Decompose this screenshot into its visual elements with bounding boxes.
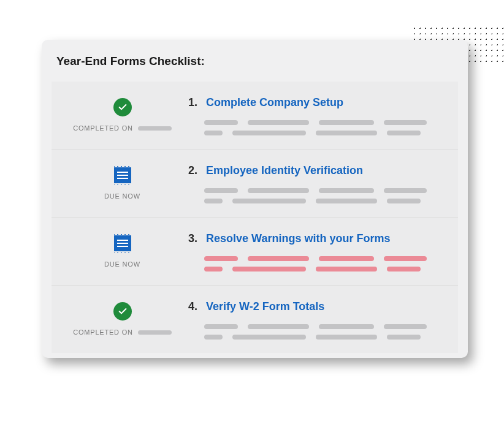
item-content: 1. Complete Company Setup [188, 95, 453, 135]
item-number: 1. [188, 96, 197, 109]
status-label: COMPLETED ON [73, 124, 133, 132]
item-title-link[interactable]: Employee Identity Verification [206, 164, 363, 177]
receipt-icon [112, 164, 134, 186]
description-placeholder [188, 120, 453, 135]
receipt-icon [112, 232, 134, 254]
item-title-link[interactable]: Complete Company Setup [206, 96, 343, 109]
status-label-row: COMPLETED ON [73, 124, 172, 132]
status-column: COMPLETED ON [56, 95, 188, 132]
checklist-item: DUE NOW 2. Employee Identity Verificatio… [52, 150, 458, 218]
checklist-card: Year-End Forms Checklist: COMPLETED ON 1… [42, 40, 468, 358]
item-number: 4. [188, 300, 197, 313]
status-label: COMPLETED ON [73, 328, 133, 336]
item-content: 3. Resolve Warnings with your Forms [188, 231, 453, 271]
description-placeholder [188, 256, 453, 271]
item-number: 2. [188, 164, 197, 177]
item-content: 2. Employee Identity Verification [188, 163, 453, 203]
description-placeholder [188, 324, 453, 340]
item-title-link[interactable]: Resolve Warnings with your Forms [206, 232, 390, 245]
status-label-row: COMPLETED ON [73, 328, 172, 336]
status-column: COMPLETED ON [56, 299, 188, 336]
date-placeholder [138, 126, 172, 131]
checklist-item: DUE NOW 3. Resolve Warnings with your Fo… [52, 218, 458, 286]
checkmark-icon [112, 96, 134, 118]
status-label-row: DUE NOW [104, 260, 140, 268]
card-title: Year-End Forms Checklist: [56, 55, 453, 68]
status-column: DUE NOW [56, 231, 188, 268]
date-placeholder [138, 330, 172, 335]
checklist-item: COMPLETED ON 4. Verify W-2 Form Totals [52, 286, 458, 353]
tab-stub [101, 0, 236, 43]
status-label-row: DUE NOW [104, 192, 140, 200]
item-title-link[interactable]: Verify W-2 Form Totals [206, 300, 324, 313]
status-label: DUE NOW [104, 260, 140, 268]
item-number: 3. [188, 232, 197, 245]
description-placeholder [188, 188, 453, 203]
status-column: DUE NOW [56, 163, 188, 200]
checklist-item: COMPLETED ON 1. Complete Company Setup [52, 82, 458, 150]
checkmark-icon [112, 300, 134, 322]
item-content: 4. Verify W-2 Form Totals [188, 299, 453, 340]
status-label: DUE NOW [104, 192, 140, 200]
